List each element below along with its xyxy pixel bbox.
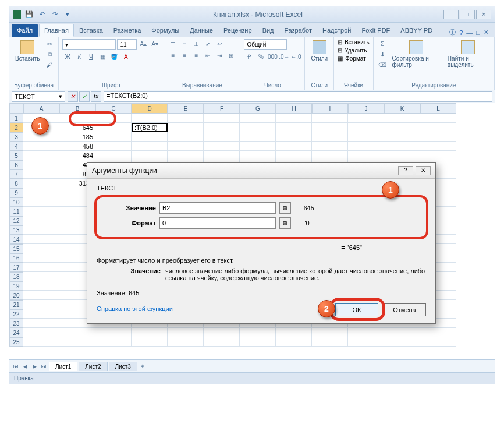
fill-icon[interactable]: ⬇ bbox=[377, 50, 388, 59]
cell-C2[interactable] bbox=[95, 123, 132, 132]
cell-H1[interactable] bbox=[276, 114, 312, 123]
cell-E4[interactable] bbox=[168, 142, 204, 151]
qat-dropdown-icon[interactable]: ▾ bbox=[63, 10, 72, 19]
col-header-E[interactable]: E bbox=[168, 103, 204, 114]
cell-F5[interactable] bbox=[204, 151, 240, 160]
arg-ref-value-icon[interactable]: ⊞ bbox=[279, 202, 291, 214]
tab-view[interactable]: Вид bbox=[257, 24, 279, 37]
cell-A8[interactable] bbox=[23, 179, 59, 188]
format-painter-icon[interactable]: 🖌 bbox=[44, 60, 55, 69]
row-header-6[interactable]: 6 bbox=[9, 160, 23, 169]
redo-icon[interactable]: ↷ bbox=[50, 10, 59, 19]
cell-E3[interactable] bbox=[168, 132, 204, 142]
cell-H4[interactable] bbox=[276, 142, 312, 151]
cell-K2[interactable] bbox=[384, 123, 420, 132]
col-header-J[interactable]: J bbox=[348, 103, 384, 114]
cell-A20[interactable] bbox=[23, 291, 59, 300]
row-header-18[interactable]: 18 bbox=[9, 272, 23, 281]
cell-F4[interactable] bbox=[204, 142, 240, 151]
cell-F2[interactable] bbox=[204, 123, 240, 132]
cell-F24[interactable] bbox=[204, 328, 240, 337]
align-left-icon[interactable]: ≡ bbox=[168, 51, 178, 60]
cell-E25[interactable] bbox=[168, 337, 204, 347]
col-header-A[interactable]: A bbox=[23, 103, 59, 114]
arg-input-format[interactable] bbox=[159, 217, 276, 229]
col-header-L[interactable]: L bbox=[420, 103, 456, 114]
font-size-combo[interactable]: 11 bbox=[117, 39, 137, 50]
cell-A17[interactable] bbox=[23, 263, 59, 272]
cell-A25[interactable] bbox=[23, 337, 59, 347]
arg-input-value[interactable] bbox=[159, 202, 276, 214]
cell-B3[interactable]: 185 bbox=[59, 132, 95, 142]
cell-I24[interactable] bbox=[312, 328, 348, 337]
sheet-nav-first[interactable]: ⏮ bbox=[12, 362, 20, 370]
cell-G2[interactable] bbox=[240, 123, 276, 132]
cell-K4[interactable] bbox=[384, 142, 420, 151]
tab-addins[interactable]: Надстрой bbox=[317, 24, 356, 37]
row-header-14[interactable]: 14 bbox=[9, 235, 23, 244]
tab-file[interactable]: Файл bbox=[12, 24, 38, 37]
cell-A21[interactable] bbox=[23, 300, 59, 309]
cell-A14[interactable] bbox=[23, 235, 59, 244]
row-header-4[interactable]: 4 bbox=[9, 142, 23, 151]
undo-icon[interactable]: ↶ bbox=[37, 10, 47, 19]
cell-C5[interactable] bbox=[95, 151, 132, 160]
clear-icon[interactable]: ⌫ bbox=[377, 60, 388, 69]
indent-dec-icon[interactable]: ⇤ bbox=[203, 51, 213, 60]
cell-G4[interactable] bbox=[240, 142, 276, 151]
italic-icon[interactable]: К bbox=[74, 52, 84, 61]
dialog-close-button[interactable]: ✕ bbox=[416, 166, 431, 175]
cell-L24[interactable] bbox=[420, 328, 456, 337]
cell-J3[interactable] bbox=[348, 132, 384, 142]
tab-review[interactable]: Рецензир bbox=[218, 24, 257, 37]
cell-A10[interactable] bbox=[23, 197, 59, 207]
cells-format-button[interactable]: ▦ Формат bbox=[338, 55, 369, 62]
cell-A19[interactable] bbox=[23, 281, 59, 291]
cell-D4[interactable] bbox=[132, 142, 168, 151]
font-combo[interactable]: ▾ bbox=[62, 39, 116, 50]
dialog-titlebar[interactable]: Аргументы функции ? ✕ bbox=[87, 163, 435, 179]
cell-A11[interactable] bbox=[23, 207, 59, 216]
close-button[interactable]: ✕ bbox=[476, 10, 491, 19]
row-header-2[interactable]: 2 bbox=[9, 123, 23, 132]
cell-I1[interactable] bbox=[312, 114, 348, 123]
col-header-K[interactable]: K bbox=[384, 103, 420, 114]
cell-B2[interactable]: 645 bbox=[59, 123, 95, 132]
enter-formula-icon[interactable]: ✓ bbox=[79, 91, 90, 102]
cell-K5[interactable] bbox=[384, 151, 420, 160]
cell-A12[interactable] bbox=[23, 216, 59, 225]
underline-icon[interactable]: Ч bbox=[86, 52, 96, 61]
save-icon[interactable]: 💾 bbox=[24, 10, 34, 19]
col-header-D[interactable]: D bbox=[132, 103, 168, 114]
orientation-icon[interactable]: ⤢ bbox=[203, 39, 213, 48]
dialog-help-link[interactable]: Справка по этой функции bbox=[97, 305, 173, 312]
cell-D24[interactable] bbox=[132, 328, 168, 337]
cell-A4[interactable] bbox=[23, 142, 59, 151]
cancel-formula-icon[interactable]: ✕ bbox=[68, 91, 78, 102]
cell-H3[interactable] bbox=[276, 132, 312, 142]
arg-ref-format-icon[interactable]: ⊞ bbox=[279, 217, 291, 229]
cell-I5[interactable] bbox=[312, 151, 348, 160]
maximize-button[interactable]: □ bbox=[460, 10, 475, 19]
cell-D1[interactable] bbox=[132, 114, 168, 123]
cancel-button[interactable]: Отмена bbox=[383, 303, 426, 316]
tab-insert[interactable]: Вставка bbox=[74, 24, 108, 37]
tab-abbyy[interactable]: ABBYY PD bbox=[395, 24, 438, 37]
cell-K24[interactable] bbox=[384, 328, 420, 337]
cell-J5[interactable] bbox=[348, 151, 384, 160]
cell-A5[interactable] bbox=[23, 151, 59, 160]
fill-color-icon[interactable]: 🪣 bbox=[109, 52, 119, 61]
cell-D25[interactable] bbox=[132, 337, 168, 347]
help-icon[interactable]: ? bbox=[459, 29, 463, 36]
cell-D3[interactable] bbox=[132, 132, 168, 142]
col-header-H[interactable]: H bbox=[276, 103, 312, 114]
cell-G25[interactable] bbox=[240, 337, 276, 347]
cell-A23[interactable] bbox=[23, 319, 59, 328]
cell-I2[interactable] bbox=[312, 123, 348, 132]
row-header-10[interactable]: 10 bbox=[9, 197, 23, 207]
copy-icon[interactable]: ⧉ bbox=[44, 50, 55, 59]
indent-inc-icon[interactable]: ⇥ bbox=[214, 51, 225, 60]
cell-B25[interactable] bbox=[59, 337, 95, 347]
dec-decimal-icon[interactable]: ←.0 bbox=[290, 52, 301, 61]
find-select-button[interactable]: Найти и выделить bbox=[445, 39, 491, 69]
